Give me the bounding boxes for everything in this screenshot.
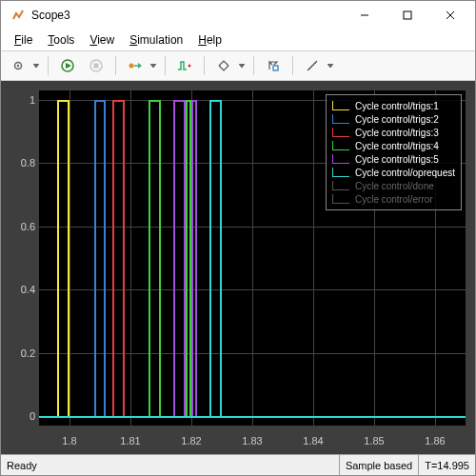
- menu-tools[interactable]: Tools: [42, 31, 80, 49]
- legend-row[interactable]: Cycle control/trigs:4: [332, 139, 455, 152]
- trigger-button[interactable]: [173, 55, 196, 76]
- signal-pulse: [57, 100, 69, 416]
- menubar: File Tools View Simulation Help: [1, 30, 475, 51]
- signal-pulse: [149, 100, 161, 416]
- svg-rect-1: [404, 11, 411, 19]
- separator: [292, 56, 293, 75]
- menu-view[interactable]: View: [84, 31, 120, 49]
- matlab-icon: [10, 8, 26, 23]
- separator: [115, 56, 116, 75]
- status-time: T=14.995: [418, 455, 475, 475]
- legend-label: Cycle control/error: [355, 194, 433, 205]
- separator: [165, 56, 166, 75]
- zoom-button[interactable]: [212, 55, 235, 76]
- status-ready: Ready: [1, 460, 339, 471]
- x-tick-label: 1.85: [364, 435, 384, 446]
- x-tick-label: 1.84: [303, 435, 323, 446]
- stop-button[interactable]: [85, 55, 108, 76]
- svg-rect-16: [273, 66, 278, 70]
- configure-dropdown[interactable]: [32, 64, 40, 68]
- y-tick-label: 0.6: [9, 221, 35, 232]
- legend-swatch: [332, 141, 349, 150]
- svg-rect-10: [94, 64, 99, 69]
- legend-label: Cycle control/done: [355, 181, 434, 191]
- signal-pulse: [112, 100, 125, 416]
- legend-swatch: [332, 154, 349, 164]
- legend[interactable]: Cycle control/trigs:1Cycle control/trigs…: [326, 94, 462, 210]
- y-tick-label: 0.8: [9, 157, 35, 169]
- x-tick-label: 1.86: [425, 435, 445, 446]
- svg-point-5: [17, 65, 19, 67]
- svg-marker-8: [66, 63, 71, 69]
- y-tick-label: 0.2: [9, 347, 35, 359]
- legend-swatch: [332, 168, 349, 177]
- close-button[interactable]: [428, 2, 471, 29]
- separator: [204, 56, 205, 75]
- measure-button[interactable]: [301, 55, 324, 76]
- legend-row[interactable]: Cycle control/trigs:2: [332, 112, 455, 126]
- cursor-button[interactable]: [262, 55, 285, 76]
- titlebar: Scope3: [1, 1, 475, 30]
- svg-marker-6: [33, 64, 39, 68]
- status-mode: Sample based: [339, 455, 418, 475]
- x-tick-label: 1.81: [120, 435, 140, 446]
- legend-label: Cycle control/trigs:1: [355, 101, 439, 111]
- run-button[interactable]: [56, 55, 79, 76]
- configure-button[interactable]: [7, 55, 30, 76]
- separator: [48, 56, 49, 75]
- x-tick-label: 1.8: [62, 435, 76, 446]
- menu-simulation[interactable]: Simulation: [124, 31, 188, 49]
- minimize-button[interactable]: [343, 2, 386, 29]
- measure-dropdown[interactable]: [327, 64, 334, 68]
- legend-row[interactable]: Cycle control/done: [332, 179, 455, 192]
- legend-label: Cycle control/trigs:3: [355, 128, 439, 138]
- svg-marker-13: [150, 64, 156, 68]
- legend-label: Cycle control/trigs:4: [355, 141, 439, 151]
- plot-area[interactable]: Cycle control/trigs:1Cycle control/trigs…: [1, 81, 475, 454]
- svg-point-14: [188, 65, 191, 68]
- signal-pulse: [173, 100, 186, 416]
- legend-row[interactable]: Cycle control/trigs:3: [332, 126, 455, 139]
- x-tick-label: 1.83: [242, 435, 262, 446]
- maximize-button[interactable]: [386, 2, 428, 29]
- step-button[interactable]: [124, 55, 147, 76]
- separator: [253, 56, 254, 75]
- statusbar: Ready Sample based T=14.995: [1, 454, 475, 475]
- signal-pulse: [94, 100, 107, 416]
- x-tick-label: 1.82: [181, 435, 201, 446]
- svg-marker-17: [327, 64, 333, 68]
- toolbar: [1, 51, 475, 81]
- legend-row[interactable]: Cycle control/oprequest: [332, 166, 455, 179]
- legend-label: Cycle control/oprequest: [355, 168, 455, 178]
- legend-swatch: [332, 181, 349, 190]
- y-tick-label: 0.4: [9, 284, 35, 295]
- legend-row[interactable]: Cycle control/error: [332, 192, 455, 206]
- y-tick-label: 1: [9, 94, 35, 106]
- svg-marker-12: [138, 63, 142, 69]
- svg-marker-15: [239, 64, 245, 68]
- legend-swatch: [332, 128, 349, 137]
- step-dropdown[interactable]: [149, 64, 157, 68]
- signal-pulse: [191, 100, 197, 416]
- legend-swatch: [332, 194, 349, 204]
- svg-point-11: [129, 64, 134, 69]
- legend-swatch: [332, 101, 349, 110]
- scope-window: Scope3 File Tools View Simulation Help: [0, 0, 476, 476]
- legend-row[interactable]: Cycle control/trigs:1: [332, 99, 455, 112]
- legend-label: Cycle control/trigs:5: [355, 154, 439, 165]
- menu-file[interactable]: File: [9, 31, 38, 49]
- legend-label: Cycle control/trigs:2: [355, 114, 439, 125]
- signal-pulse: [209, 100, 222, 416]
- menu-help[interactable]: Help: [192, 31, 228, 49]
- window-title: Scope3: [31, 9, 343, 22]
- y-tick-label: 0: [9, 410, 35, 422]
- zoom-dropdown[interactable]: [238, 64, 246, 68]
- legend-row[interactable]: Cycle control/trigs:5: [332, 152, 455, 166]
- legend-swatch: [332, 114, 349, 124]
